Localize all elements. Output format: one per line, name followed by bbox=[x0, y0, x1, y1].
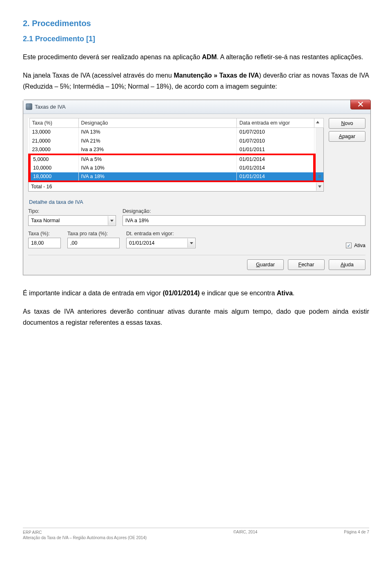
app-name: ADM bbox=[202, 54, 217, 60]
text-date: (01/01/2014) bbox=[163, 290, 200, 297]
designacao-label: Designação: bbox=[122, 208, 365, 214]
cell-desig: Iva a 23% bbox=[78, 145, 237, 154]
guardar-button[interactable]: Guardar bbox=[247, 259, 284, 270]
taxa-table[interactable]: Taxa (%) Designação Data entrada em vigo… bbox=[28, 118, 324, 183]
col-header-taxa[interactable]: Taxa (%) bbox=[29, 118, 78, 127]
designacao-field[interactable]: IVA a 18% bbox=[122, 215, 365, 226]
text: Na janela Taxas de IVA (acessível atravé… bbox=[23, 72, 174, 79]
text-ativa: Ativa bbox=[277, 290, 293, 297]
window-title: Taxas de IVA bbox=[35, 104, 66, 110]
cell-desig: IVA a 10% bbox=[78, 163, 237, 172]
tipo-dropdown[interactable]: Taxa Normal bbox=[28, 215, 116, 226]
cell-taxa: 5,0000 bbox=[29, 154, 78, 163]
table-row-highlighted[interactable]: 10,0000 IVA a 10% 01/01/2014 bbox=[29, 163, 324, 172]
chevron-down-icon bbox=[108, 216, 115, 225]
text: e indicar que se encontra bbox=[200, 290, 277, 297]
scrollbar-down[interactable] bbox=[316, 183, 323, 191]
col-header-desig[interactable]: Designação bbox=[78, 118, 237, 127]
dt-entrada-label: Dt. entrada em vigor: bbox=[126, 231, 196, 236]
footer-copyright: ©AIRC, 2014 bbox=[233, 530, 257, 540]
paragraph-intro: Este procedimento deverá ser realizado a… bbox=[23, 51, 369, 62]
cell-data: 01/01/2011 bbox=[237, 145, 314, 154]
paragraph-note2: As taxas de IVA anteriores deverão conti… bbox=[23, 306, 369, 328]
table-row-selected[interactable]: 18,0000 IVA a 18% 01/01/2014 ≡ bbox=[29, 172, 324, 181]
tipo-label: Tipo: bbox=[28, 208, 116, 214]
cell-data: 01/07/2010 bbox=[237, 136, 314, 145]
titlebar[interactable]: Taxas de IVA bbox=[23, 100, 370, 114]
total-count: Total - 16 bbox=[28, 182, 324, 192]
taxa-value: 18,00 bbox=[31, 240, 44, 246]
col-header-data[interactable]: Data entrada em vigor bbox=[237, 118, 314, 127]
chevron-down-icon bbox=[187, 239, 195, 248]
scrollbar-up[interactable] bbox=[314, 118, 324, 127]
window-taxas-iva: Taxas de IVA Taxa (%) Designação Data en… bbox=[23, 100, 371, 276]
cell-data: 01/01/2014 bbox=[237, 154, 314, 163]
designacao-value: IVA a 18% bbox=[125, 218, 149, 223]
text: . bbox=[293, 290, 294, 297]
cell-taxa: 18,0000 bbox=[29, 172, 78, 181]
footer-subtitle: Alteração da Taxa de IVA – Região Autóno… bbox=[23, 535, 147, 540]
prorata-value: ,00 bbox=[70, 240, 77, 246]
cell-data: 01/07/2010 bbox=[237, 127, 314, 136]
subsection-heading: 2.1 Procedimento [1] bbox=[23, 35, 369, 43]
app-icon bbox=[26, 103, 32, 110]
ativa-label: Ativa bbox=[354, 243, 365, 248]
table-row[interactable]: 13,0000 IVA 13% 01/07/2010 bbox=[29, 127, 324, 136]
prorata-label: Taxa pro rata (%): bbox=[67, 231, 120, 236]
cell-desig: IVA 21% bbox=[78, 136, 237, 145]
paragraph-note1: É importante indicar a data de entrada e… bbox=[23, 288, 369, 299]
section-heading: 2. Procedimentos bbox=[23, 19, 369, 28]
cell-taxa: 23,0000 bbox=[29, 145, 78, 154]
novo-button[interactable]: Novo bbox=[329, 118, 365, 129]
page-footer: ERP AIRC Alteração da Taxa de IVA – Regi… bbox=[23, 528, 369, 540]
detail-section-title: Detalhe da taxa de IVA bbox=[29, 199, 365, 205]
cell-desig: IVA a 18% bbox=[78, 172, 237, 181]
table-row-highlighted[interactable]: 5,0000 IVA a 5% 01/01/2014 bbox=[29, 154, 324, 163]
cell-desig: IVA 13% bbox=[78, 127, 237, 136]
menu-path: Manutenção » Taxas de IVA bbox=[174, 72, 259, 79]
prorata-field[interactable]: ,00 bbox=[67, 238, 120, 248]
apagar-button[interactable]: Apagar bbox=[329, 131, 365, 142]
ativa-checkbox[interactable]: ✓ Ativa bbox=[346, 243, 365, 248]
cell-taxa: 21,0000 bbox=[29, 136, 78, 145]
tipo-value: Taxa Normal bbox=[31, 218, 60, 223]
text: É importante indicar a data de entrada e… bbox=[23, 290, 163, 297]
table-row[interactable]: 21,0000 IVA 21% 01/07/2010 bbox=[29, 136, 324, 145]
text: Este procedimento deverá ser realizado a… bbox=[23, 54, 202, 60]
text: . A alteração refletir-se-á nas restante… bbox=[217, 54, 363, 60]
cell-data: 01/01/2014 bbox=[237, 163, 314, 172]
cell-taxa: 10,0000 bbox=[29, 163, 78, 172]
table-row[interactable]: 23,0000 Iva a 23% 01/01/2011 bbox=[29, 145, 324, 154]
scrollbar-track[interactable] bbox=[314, 127, 324, 172]
cell-taxa: 13,0000 bbox=[29, 127, 78, 136]
close-button[interactable] bbox=[350, 100, 371, 109]
dt-entrada-field[interactable]: 01/01/2014 bbox=[126, 238, 196, 248]
cell-data: 01/01/2014 bbox=[237, 172, 314, 181]
taxa-field[interactable]: 18,00 bbox=[28, 238, 61, 248]
ajuda-button[interactable]: Ajuda bbox=[329, 259, 365, 270]
total-text: Total - 16 bbox=[31, 184, 52, 190]
fechar-button[interactable]: Fechar bbox=[288, 259, 325, 270]
scrollbar-mark[interactable]: ≡ bbox=[314, 172, 324, 181]
taxa-label: Taxa (%): bbox=[28, 231, 61, 236]
cell-desig: IVA a 5% bbox=[78, 154, 237, 163]
close-icon bbox=[358, 101, 363, 108]
paragraph-instruction: Na janela Taxas de IVA (acessível atravé… bbox=[23, 70, 369, 92]
checkbox-icon: ✓ bbox=[346, 243, 352, 248]
dt-entrada-value: 01/01/2014 bbox=[129, 240, 155, 246]
footer-product: ERP AIRC bbox=[23, 530, 147, 535]
footer-page-number: Página 4 de 7 bbox=[344, 530, 369, 540]
